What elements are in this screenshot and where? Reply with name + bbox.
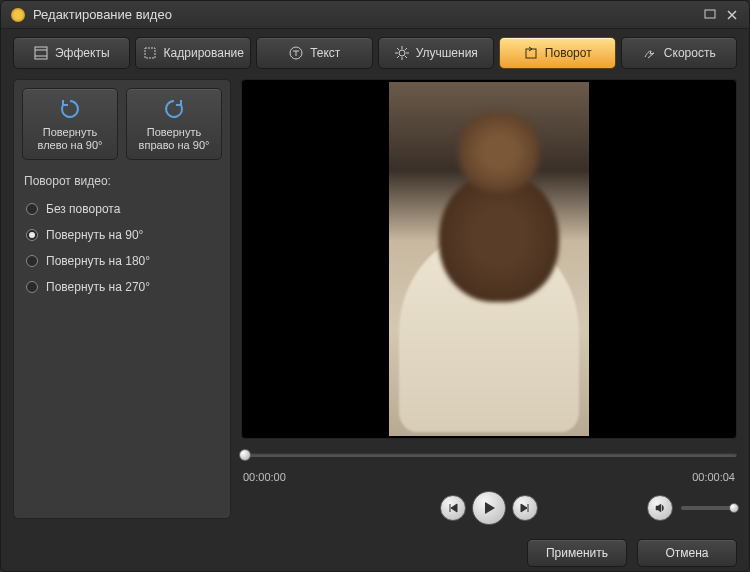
apply-button[interactable]: Применить (527, 539, 627, 567)
svg-rect-1 (35, 47, 47, 59)
tab-enhance[interactable]: Улучшения (378, 37, 495, 69)
skip-forward-icon (519, 502, 531, 514)
svg-rect-2 (145, 48, 155, 58)
radio-label: Повернуть на 270° (46, 280, 150, 294)
radio-icon (26, 229, 38, 241)
cancel-button[interactable]: Отмена (637, 539, 737, 567)
rotate-right-icon (162, 96, 186, 120)
tab-bar: Эффекты Кадрирование Текст Улучшения Пов… (1, 29, 749, 79)
player-controls (241, 489, 737, 527)
titlebar: Редактирование видео (1, 1, 749, 29)
apply-label: Применить (546, 546, 608, 560)
rotate-right-label: Повернуть вправо на 90° (131, 126, 217, 152)
tab-speed[interactable]: Скорость (621, 37, 738, 69)
radio-label: Без поворота (46, 202, 120, 216)
tab-label: Поворот (545, 46, 592, 60)
tab-crop[interactable]: Кадрирование (135, 37, 252, 69)
radio-label: Повернуть на 90° (46, 228, 143, 242)
close-icon[interactable] (725, 8, 739, 22)
tab-effects[interactable]: Эффекты (13, 37, 130, 69)
rotate-left-icon (58, 96, 82, 120)
tab-label: Улучшения (416, 46, 478, 60)
tab-label: Кадрирование (164, 46, 244, 60)
radio-rotate-90[interactable]: Повернуть на 90° (22, 222, 222, 248)
enhance-icon (394, 45, 410, 61)
svg-rect-5 (526, 49, 536, 58)
radio-icon (26, 281, 38, 293)
play-icon (481, 500, 497, 516)
tab-rotate[interactable]: Поворот (499, 37, 616, 69)
volume-icon (654, 502, 666, 514)
rotate-left-button[interactable]: Повернуть влево на 90° (22, 88, 118, 160)
radio-label: Повернуть на 180° (46, 254, 150, 268)
window-title: Редактирование видео (33, 7, 703, 22)
video-frame (389, 82, 589, 436)
effects-icon (33, 45, 49, 61)
radio-rotate-180[interactable]: Повернуть на 180° (22, 248, 222, 274)
svg-point-4 (399, 50, 405, 56)
volume-button[interactable] (647, 495, 673, 521)
tab-label: Скорость (664, 46, 716, 60)
timeline-slider[interactable] (241, 445, 737, 465)
rotation-section-label: Поворот видео: (24, 174, 222, 188)
speed-icon (642, 45, 658, 61)
volume-knob[interactable] (729, 503, 739, 513)
next-button[interactable] (512, 495, 538, 521)
video-preview (241, 79, 737, 439)
minimize-icon[interactable] (703, 8, 717, 22)
tab-label: Текст (310, 46, 340, 60)
rotate-icon (523, 45, 539, 61)
rotate-left-label: Повернуть влево на 90° (27, 126, 113, 152)
rotate-right-button[interactable]: Повернуть вправо на 90° (126, 88, 222, 160)
timeline-knob[interactable] (239, 449, 251, 461)
volume-slider[interactable] (681, 506, 737, 510)
skip-back-icon (447, 502, 459, 514)
preview-panel: 00:00:00 00:00:04 (241, 79, 737, 527)
rotate-options-panel: Повернуть влево на 90° Повернуть вправо … (13, 79, 231, 519)
play-button[interactable] (472, 491, 506, 525)
prev-button[interactable] (440, 495, 466, 521)
text-icon (288, 45, 304, 61)
crop-icon (142, 45, 158, 61)
app-icon (11, 8, 25, 22)
radio-rotate-270[interactable]: Повернуть на 270° (22, 274, 222, 300)
cancel-label: Отмена (665, 546, 708, 560)
tab-label: Эффекты (55, 46, 110, 60)
radio-icon (26, 203, 38, 215)
time-start: 00:00:00 (243, 471, 286, 483)
svg-rect-0 (705, 10, 715, 18)
time-end: 00:00:04 (692, 471, 735, 483)
tab-text[interactable]: Текст (256, 37, 373, 69)
radio-no-rotation[interactable]: Без поворота (22, 196, 222, 222)
footer: Применить Отмена (1, 527, 749, 572)
radio-icon (26, 255, 38, 267)
